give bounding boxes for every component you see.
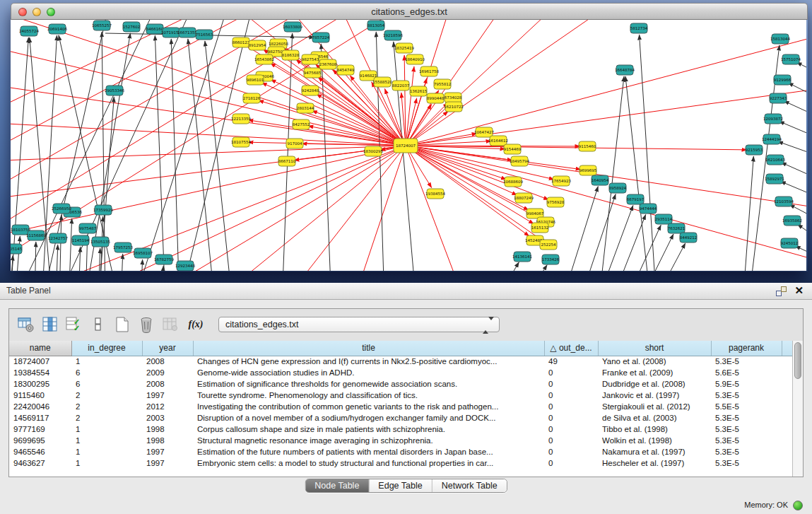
table-row[interactable]: 1872400712008Changes of HCN gene express… — [9, 356, 792, 367]
network-node[interactable]: 18325419 — [394, 43, 414, 53]
table-row[interactable]: 946554611997Estimation of the future num… — [9, 446, 792, 457]
table-cell[interactable]: 5.5E-5 — [711, 401, 782, 412]
network-node[interactable]: 9896101 — [247, 75, 264, 85]
table-cell[interactable]: 1997 — [142, 390, 193, 401]
network-node[interactable]: 8660123 — [233, 37, 250, 47]
network-node[interactable]: 13505135 — [90, 237, 110, 247]
network-node[interactable]: 18640910 — [405, 54, 425, 64]
table-cell[interactable]: 1 — [71, 356, 142, 367]
table-row[interactable]: 1938455462009Genome-wide association stu… — [9, 367, 792, 378]
network-node[interactable]: 19218596 — [383, 30, 403, 40]
table-cell[interactable]: 1997 — [142, 457, 193, 469]
network-node[interactable]: 7516563 — [196, 30, 213, 40]
column-header-year[interactable]: year — [142, 341, 193, 356]
network-node[interactable]: 2718126 — [243, 93, 261, 103]
network-node[interactable]: 9245012 — [781, 238, 799, 248]
network-node[interactable]: 8427552 — [293, 119, 310, 129]
network-node[interactable]: 15813044 — [770, 34, 790, 44]
network-node[interactable]: 2367608 — [319, 59, 337, 69]
network-node[interactable]: 8813054 — [367, 21, 385, 30]
network-node[interactable]: 8449212 — [680, 233, 698, 243]
table-cell[interactable]: 5.3E-5 — [711, 412, 782, 424]
network-node[interactable]: 1145194 — [72, 235, 90, 245]
column-header-out_de[interactable]: △ out_de... — [544, 341, 598, 356]
column-header-in_degree[interactable]: in_degree — [71, 341, 142, 356]
network-node[interactable]: 9227343 — [770, 93, 787, 103]
network-node[interactable]: 252254 — [540, 240, 557, 250]
network-node[interactable]: 1615132 — [531, 223, 549, 233]
network-node[interactable]: 29053346 — [105, 86, 124, 95]
table-cell[interactable]: 5.6E-5 — [711, 367, 782, 378]
rows-icon[interactable] — [88, 315, 108, 334]
table-cell[interactable]: 18300295 — [9, 378, 71, 390]
network-node[interactable]: 9827543 — [302, 54, 319, 64]
table-cell[interactable]: 22420046 — [9, 401, 71, 412]
network-node[interactable]: 16961758 — [419, 66, 439, 76]
network-node[interactable]: 2935114 — [655, 214, 673, 224]
table-cell[interactable]: 5.3E-5 — [711, 446, 782, 457]
network-node[interactable]: 16210643 — [765, 155, 785, 165]
network-node[interactable]: 12103594 — [774, 197, 794, 206]
network-node[interactable]: 9474444 — [640, 204, 657, 214]
network-node[interactable]: 9154469 — [504, 144, 522, 154]
network-node[interactable]: 6734028 — [445, 93, 462, 103]
table-cell[interactable]: 2 — [71, 401, 142, 412]
table-cell[interactable]: Changes of HCN gene expression and I(f) … — [193, 356, 544, 367]
network-node[interactable]: 18724007 — [394, 139, 418, 153]
network-canvas[interactable]: 1872400718300295866012389129541822605898… — [11, 20, 806, 271]
zoom-window-button[interactable] — [47, 8, 55, 16]
table-cell[interactable]: Wolkin et al. (1998) — [598, 435, 711, 446]
column-header-name[interactable]: name — [9, 341, 71, 356]
table-cell[interactable]: Yano et al. (2008) — [598, 356, 711, 367]
network-node[interactable]: 1527602 — [123, 22, 141, 32]
table-cell[interactable]: 6 — [71, 378, 142, 390]
network-node[interactable]: 24055724 — [19, 26, 39, 36]
table-cell[interactable]: 0 — [544, 457, 598, 469]
table-cell[interactable]: 2003 — [142, 412, 193, 424]
network-node[interactable]: 17957253 — [113, 243, 133, 252]
table-cell[interactable]: 0 — [544, 435, 598, 446]
network-node[interactable]: 9975487 — [79, 223, 97, 233]
network-graph[interactable]: 1872400718300295866012389129541822605898… — [11, 20, 806, 271]
table-cell[interactable]: Nakamura et al. (1997) — [598, 446, 711, 457]
network-node[interactable]: 9215953 — [746, 145, 763, 155]
column-header-title[interactable]: title — [193, 341, 544, 356]
network-node[interactable]: 16782759 — [154, 255, 174, 264]
network-node[interactable]: 16958107 — [133, 248, 153, 258]
table-row[interactable]: 1456911722003Disruption of a novel membe… — [9, 412, 792, 424]
scrollbar-thumb[interactable] — [794, 342, 801, 379]
table-cell[interactable]: 1 — [71, 446, 142, 457]
table-cell[interactable]: 49 — [544, 356, 598, 367]
table-cell[interactable]: 6 — [71, 367, 142, 378]
table-cell[interactable]: 0 — [544, 367, 598, 378]
table-cell[interactable]: Hescheler et al. (1997) — [598, 457, 711, 469]
network-node[interactable]: 15751074 — [781, 54, 801, 64]
network-node[interactable]: 1640954 — [592, 175, 609, 185]
network-node[interactable]: 12093872 — [763, 114, 783, 124]
table-cell[interactable]: Stergiakouli et al. (2012) — [598, 401, 711, 412]
table-row[interactable]: 911546021997Tourette syndrome. Phenomeno… — [9, 390, 792, 401]
table-cell[interactable]: 5.3E-5 — [711, 390, 782, 401]
network-node[interactable]: 2803144 — [297, 103, 314, 113]
network-node[interactable]: 18300295 — [363, 146, 383, 156]
table-row[interactable]: 969969511998Structural magnetic resonanc… — [9, 435, 792, 446]
table-cell[interactable]: Tourette syndrome. Phenomenology and cla… — [193, 390, 544, 401]
network-node[interactable]: 9756928 — [547, 197, 565, 207]
table-cell[interactable]: 0 — [544, 446, 598, 457]
minimize-window-button[interactable] — [33, 8, 41, 16]
table-cell[interactable]: Estimation of the future numbers of pati… — [193, 446, 544, 457]
network-node[interactable]: 9129966 — [774, 75, 792, 85]
close-window-button[interactable] — [18, 8, 27, 16]
table-cell[interactable]: 0 — [544, 390, 598, 401]
network-node[interactable]: 8186328 — [282, 50, 300, 60]
table-cell[interactable]: 5.3E-5 — [711, 457, 782, 469]
network-node[interactable]: 7632621 — [668, 223, 686, 233]
table-cell[interactable]: 19384554 — [9, 367, 71, 378]
network-node[interactable]: 10688609 — [503, 177, 523, 187]
table-cell[interactable]: Corpus callosum shape and size in male p… — [193, 424, 544, 435]
network-node[interactable]: 19384554 — [425, 189, 445, 199]
network-node[interactable]: 8990448 — [427, 93, 445, 103]
table-cell[interactable]: Tibbo et al. (1998) — [598, 424, 711, 435]
table-cell[interactable]: 2008 — [142, 378, 193, 390]
network-node[interactable]: 1733426 — [542, 255, 560, 264]
